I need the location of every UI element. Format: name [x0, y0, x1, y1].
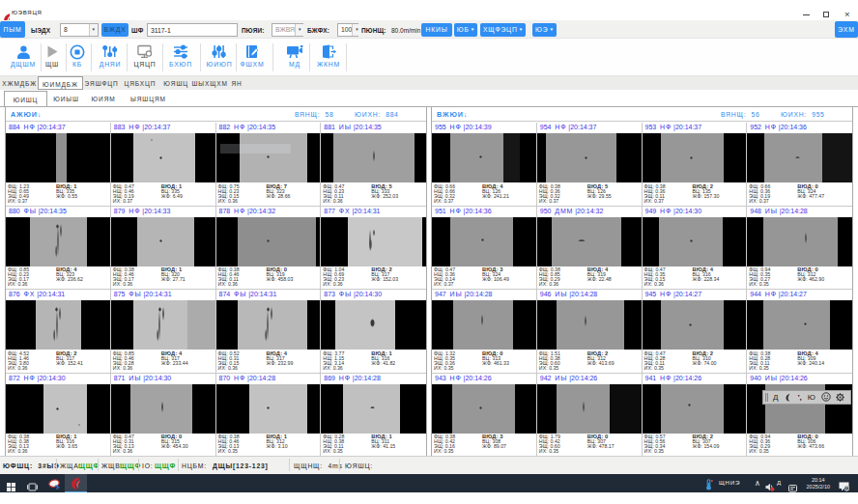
svg-text:6: 6 — [845, 486, 848, 491]
